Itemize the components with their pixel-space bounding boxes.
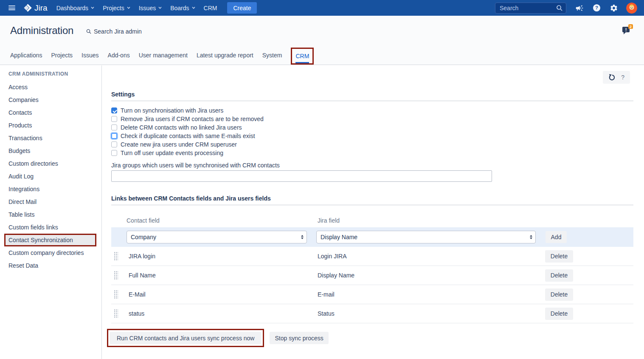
checkbox-label: Check if duplicate contacts with same E-… [121,133,255,139]
sidebar-item-transactions[interactable]: Transactions [0,132,101,144]
checkbox-row: Turn on synchronisation with Jira users [111,106,633,115]
hamburger-menu-icon[interactable] [8,6,15,10]
contact-field-value: Full Name [129,272,318,279]
jira-logo[interactable]: Jira [23,3,48,13]
search-icon [86,29,91,34]
checkbox-create-new-jira-users[interactable] [111,141,117,147]
checkbox-row: Remove Jira users if CRM contacts are to… [111,115,633,123]
sidebar-item-contact-synchronization[interactable]: Contact Synchronization [4,234,96,246]
settings-checkboxes: Turn on synchronisation with Jira users … [111,106,633,157]
notification-icon[interactable]: ! 2 [622,24,633,37]
checkbox-check-duplicates[interactable] [111,133,117,139]
sidebar-item-products[interactable]: Products [0,119,101,132]
checkbox-label: Delete CRM contacts with no linked Jira … [121,124,242,131]
checkbox-row: Delete CRM contacts with no linked Jira … [111,123,633,132]
jira-field-select[interactable]: Display Name [316,231,536,243]
tab-crm[interactable]: CRM [295,53,309,59]
jira-groups-label: Jira groups which users will be synchron… [111,162,633,169]
nav-boards[interactable]: Boards [170,5,195,11]
chevron-down-icon [127,7,130,9]
announcements-icon[interactable] [575,4,584,12]
sidebar-item-contacts[interactable]: Contacts [0,106,101,119]
settings-gear-icon[interactable] [610,4,618,12]
nav-issues[interactable]: Issues [139,5,162,11]
checkbox-row: Check if duplicate contacts with same E-… [111,132,633,140]
jira-groups-input[interactable] [111,170,492,182]
navbar-search-input[interactable] [495,3,566,14]
admin-search[interactable]: Search Jira admin [86,28,142,35]
checkbox-turn-on-sync[interactable] [111,107,117,113]
tab-issues[interactable]: Issues [82,52,98,59]
jira-field-value: Login JIRA [318,253,346,260]
nav-crm[interactable]: CRM [204,5,217,11]
nav-dashboards[interactable]: Dashboards [56,5,95,11]
search-icon [556,5,563,11]
delete-button[interactable]: Delete [545,269,573,282]
refresh-icon[interactable] [608,74,616,81]
sidebar-item-companies[interactable]: Companies [0,93,101,106]
delete-button[interactable]: Delete [545,308,573,320]
column-jira-field: Jira field [318,217,340,224]
sidebar-item-table-lists[interactable]: Table lists [0,208,101,221]
jira-field-value: Status [318,310,335,317]
select-spinner-icon [301,235,304,239]
sidebar-item-custom-directories[interactable]: Custom directories [0,157,101,170]
toolbar-button-group: ? [603,71,630,84]
contact-field-value: E-Mail [129,291,318,298]
notification-badge: 2 [630,25,632,29]
run-sync-button[interactable]: Run CRM contacts and Jira users sync pro… [110,332,262,344]
chevron-down-icon [158,7,162,9]
sidebar-item-custom-fields-links[interactable]: Custom fields links [0,221,101,234]
user-avatar[interactable] [626,3,637,14]
help-icon[interactable]: ? [593,4,601,12]
nav-projects[interactable]: Projects [103,5,130,11]
tab-applications[interactable]: Applications [10,52,42,59]
sidebar-item-audit-log[interactable]: Audit Log [0,170,101,183]
link-row-status: status Status Delete [111,304,633,323]
help-question-icon[interactable]: ? [621,74,624,81]
link-row-full-name: Full Name Display Name Delete [111,266,633,285]
drag-handle-icon[interactable] [114,309,118,318]
content-toolbar: ? [111,71,633,84]
create-button[interactable]: Create [227,2,257,14]
svg-text:?: ? [595,5,598,10]
checkbox-turn-off-user-update[interactable] [111,150,117,156]
admin-tabs: Applications Projects Issues Add-ons Use… [10,48,314,65]
add-button[interactable]: Add [546,231,567,243]
sidebar-item-direct-mail[interactable]: Direct Mail [0,195,101,208]
checkbox-row: Turn off user update events processing [111,149,633,157]
tab-user-management[interactable]: User management [139,52,188,59]
drag-handle-icon[interactable] [114,271,118,280]
drag-handle-icon[interactable] [114,290,118,299]
link-row-email: E-Mail E-mail Delete [111,285,633,304]
stop-sync-button[interactable]: Stop sync process [270,332,328,344]
tab-projects[interactable]: Projects [51,52,73,59]
tab-add-ons[interactable]: Add-ons [108,52,130,59]
sidebar-item-budgets[interactable]: Budgets [0,144,101,157]
jira-field-value: E-mail [318,291,335,298]
delete-button[interactable]: Delete [545,288,573,301]
sidebar-heading: CRM ADMINISTRATION [0,71,101,77]
drag-handle-icon[interactable] [114,252,118,261]
sidebar-item-access[interactable]: Access [0,81,101,93]
admin-search-label: Search Jira admin [94,28,142,35]
column-contact-field: Contact field [127,217,318,224]
checkbox-label: Create new jira users under CRM superuse… [121,141,237,148]
checkbox-row: Create new jira users under CRM superuse… [111,140,633,149]
page-title: Administration [10,25,73,37]
delete-button[interactable]: Delete [545,250,573,263]
checkbox-label: Turn off user update events processing [121,150,223,156]
navbar-search [495,3,566,14]
tab-latest-upgrade-report[interactable]: Latest upgrade report [197,52,253,59]
sidebar-item-custom-company-directories[interactable]: Custom company directories [0,246,101,259]
chevron-down-icon [91,7,94,9]
sidebar-item-integrations[interactable]: Integrations [0,183,101,195]
tab-system[interactable]: System [262,52,282,59]
navbar-right: ? [495,3,637,14]
contact-field-select[interactable]: Company [127,231,307,243]
contact-field-value: JIRA login [129,253,318,260]
checkbox-remove-jira-users[interactable] [111,116,117,122]
nav-menu: Dashboards Projects Issues Boards CRM [56,5,226,11]
sidebar-item-reset-data[interactable]: Reset Data [0,259,101,272]
checkbox-delete-crm-contacts[interactable] [111,124,117,130]
